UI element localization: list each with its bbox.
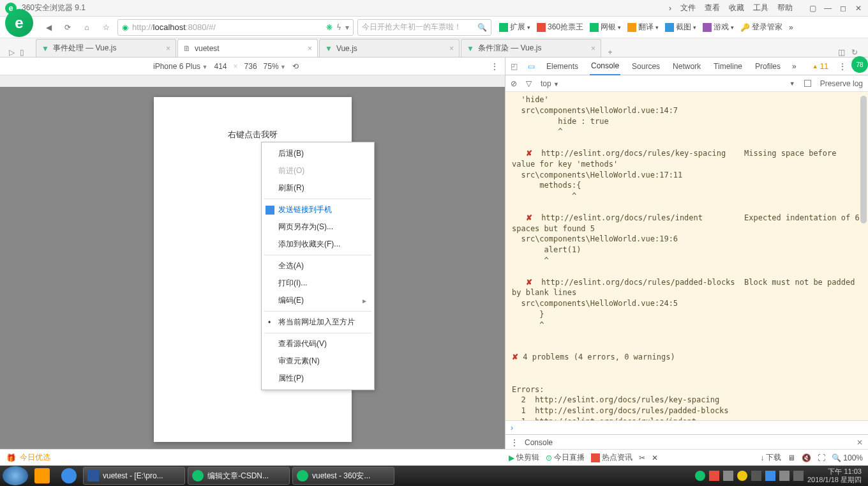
ext-games[interactable]: 游戏▾ [703, 22, 734, 33]
device-select[interactable]: iPhone 6 Plus [153, 62, 207, 71]
drawer-menu-icon[interactable]: ⋮ [511, 438, 518, 447]
tab-console[interactable]: Console [590, 57, 620, 75]
tab-history-icon[interactable]: ▷ [9, 48, 15, 57]
address-bar[interactable]: ◉ http://localhost:8080/#/ ❋ ϟ ▾ [117, 19, 354, 36]
tray-icon[interactable] [695, 471, 705, 481]
tray-icon[interactable] [793, 471, 804, 481]
task-360[interactable]: vuetest - 360安... [292, 467, 394, 485]
context-menu-item[interactable]: 打印(I)... [262, 275, 374, 292]
start-button[interactable] [3, 466, 28, 485]
cut-icon[interactable]: ✂ [639, 453, 645, 462]
context-menu-item[interactable]: 刷新(R) [262, 179, 374, 197]
expand-icon[interactable]: ⛶ [818, 453, 825, 462]
lightning-icon[interactable]: ϟ [336, 23, 341, 32]
context-menu-item[interactable]: 网页另存为(S)... [262, 218, 374, 236]
context-menu-item[interactable]: 审查元素(N) [262, 353, 374, 370]
quick-clip[interactable]: ▶快剪辑 [509, 452, 539, 463]
tray-icon[interactable] [737, 471, 747, 481]
warning-badge[interactable]: 11 [812, 62, 828, 71]
task-webstorm[interactable]: vuetest - [E:\pro... [83, 467, 185, 485]
context-menu-item[interactable]: 属性(P) [262, 370, 374, 387]
tray-icon[interactable] [723, 471, 733, 481]
dropdown-icon[interactable]: ▾ [345, 23, 349, 32]
inspect-icon[interactable]: ◰ [511, 62, 518, 71]
tab-1[interactable]: ▼事件处理 — Vue.js× [36, 39, 176, 57]
gift-icon[interactable]: 🎁 [6, 453, 16, 462]
ext-bank[interactable]: 网银▾ [590, 22, 621, 33]
hot-news[interactable]: 热点资讯 [591, 452, 632, 463]
width-input[interactable]: 414 [214, 62, 227, 71]
kebab-icon[interactable]: ⋮ [491, 62, 498, 71]
refresh-icon[interactable]: ❋ [326, 23, 333, 32]
float-badge[interactable]: 78 [851, 56, 868, 73]
height-input[interactable]: 736 [244, 62, 257, 71]
new-tab-button[interactable]: + [602, 48, 618, 57]
task-csdn[interactable]: 编辑文章-CSDN... [188, 467, 290, 485]
ext-translate[interactable]: 翻译▾ [627, 22, 659, 33]
close-icon[interactable]: × [308, 44, 312, 53]
minimize-button[interactable]: — [823, 4, 832, 13]
mute-icon[interactable]: 🔇 [802, 453, 811, 462]
drawer-close-icon[interactable]: ✕ [857, 438, 863, 447]
menu-favorites[interactable]: 收藏 [729, 3, 744, 13]
tab-timeline[interactable]: Timeline [712, 57, 744, 75]
clear-console-icon[interactable]: ⊘ [511, 79, 517, 88]
context-select[interactable]: top ▼ [541, 79, 559, 88]
tab-list-icon[interactable]: ▯ [20, 48, 24, 57]
context-menu-item[interactable]: 添加到收藏夹(F)... [262, 236, 374, 253]
zoom-select[interactable]: 75% [264, 62, 286, 71]
more-tabs-icon[interactable]: » [792, 62, 797, 71]
context-menu-item[interactable]: 后退(B) [262, 145, 374, 162]
tab-profiles[interactable]: Profiles [754, 57, 782, 75]
tab-restore-icon[interactable]: ↻ [851, 48, 858, 57]
tray-icon[interactable] [779, 471, 789, 481]
more-icon[interactable]: » [789, 23, 793, 32]
console-output[interactable]: 'hide' src\components\HelloWorld.vue:14:… [505, 92, 868, 420]
pinned-app-1[interactable] [29, 467, 55, 485]
tray-icon[interactable] [765, 471, 775, 481]
tab-2[interactable]: 🗎vuetest× [177, 39, 318, 57]
ext-screenshot[interactable]: 截图▾ [665, 22, 696, 33]
close-icon[interactable]: × [166, 44, 170, 53]
tab-4[interactable]: ▼条件渲染 — Vue.js× [461, 39, 601, 57]
back-button[interactable]: ◀ [41, 20, 56, 35]
tab-overflow-icon[interactable]: ◫ [838, 48, 845, 57]
preserve-log-checkbox[interactable] [804, 80, 811, 87]
console-prompt[interactable]: › [505, 420, 868, 434]
scrollbar-thumb[interactable] [860, 96, 867, 224]
tab-network[interactable]: Network [671, 57, 702, 75]
context-menu-item[interactable]: 发送链接到手机 [262, 201, 374, 218]
ext-login[interactable]: 🔑登录管家 [740, 22, 782, 33]
pc-icon[interactable]: 🖥 [788, 453, 795, 462]
taskbar-clock[interactable]: 下午 11:03 2018/1/18 星期四 [807, 467, 862, 484]
browser-logo-icon[interactable] [5, 9, 33, 37]
home-button[interactable]: ⌂ [79, 20, 94, 35]
tab-sources[interactable]: Sources [631, 57, 661, 75]
context-menu-item[interactable]: 查看源代码(V) [262, 335, 374, 353]
skin-icon[interactable]: ▢ [808, 4, 817, 13]
ext-ticket[interactable]: 360抢票王 [537, 22, 583, 33]
downloads[interactable]: ↓ 下载 [760, 452, 781, 463]
tray-icon[interactable] [709, 471, 719, 481]
context-menu-item[interactable]: 全选(A) [262, 257, 374, 275]
today-picks-label[interactable]: 今日优选 [20, 452, 50, 463]
menu-help[interactable]: 帮助 [777, 3, 793, 13]
tray-icon[interactable] [751, 471, 761, 481]
device-icon[interactable]: ▭ [528, 62, 535, 71]
maximize-button[interactable]: ◻ [839, 4, 848, 13]
menu-file[interactable]: 文件 [680, 3, 696, 13]
arrow-icon[interactable]: › [669, 4, 671, 13]
ext-expand[interactable]: 扩展▾ [499, 22, 530, 33]
drawer-tab-console[interactable]: Console [525, 438, 553, 447]
devtools-menu-icon[interactable]: ⋮ [839, 62, 846, 71]
tab-elements[interactable]: Elements [545, 57, 580, 75]
menu-tools[interactable]: 工具 [753, 3, 768, 13]
cross-icon[interactable]: ✕ [652, 453, 658, 462]
live-today[interactable]: ⊙今日直播 [546, 452, 585, 463]
menu-view[interactable]: 查看 [705, 3, 720, 13]
search-box[interactable]: 今日开抢大年初一的车票啦！ 🔍 [357, 19, 491, 36]
close-icon[interactable]: × [449, 44, 454, 53]
context-menu-item[interactable]: 编码(E)▸ [262, 292, 374, 309]
close-button[interactable]: ✕ [854, 4, 863, 13]
rotate-icon[interactable]: ⟲ [292, 62, 299, 71]
